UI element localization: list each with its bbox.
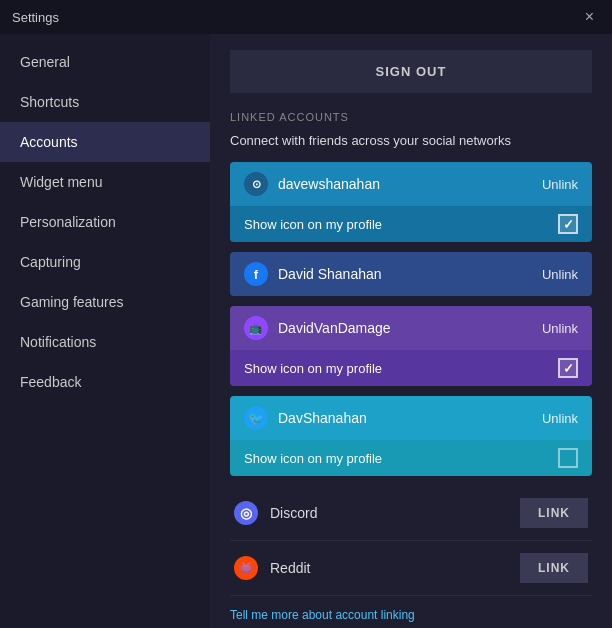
account-block-twitch: 📺 DavidVanDamage Unlink Show icon on my … bbox=[230, 306, 592, 386]
twitter-show-icon-checkbox[interactable] bbox=[558, 448, 578, 468]
sidebar: General Shortcuts Accounts Widget menu P… bbox=[0, 34, 210, 628]
section-label: LINKED ACCOUNTS bbox=[230, 111, 592, 123]
steam-unlink-button[interactable]: Unlink bbox=[542, 177, 578, 192]
section-description: Connect with friends across your social … bbox=[230, 133, 592, 148]
account-row-twitch: 📺 DavidVanDamage Unlink bbox=[230, 306, 592, 350]
reddit-icon: 👾 bbox=[234, 556, 258, 580]
footer-link[interactable]: Tell me more about account linking bbox=[230, 608, 592, 622]
discord-link-row: ◎ Discord LINK bbox=[230, 486, 592, 541]
discord-label: Discord bbox=[270, 505, 317, 521]
twitter-unlink-button[interactable]: Unlink bbox=[542, 411, 578, 426]
twitch-show-icon-checkbox[interactable] bbox=[558, 358, 578, 378]
account-block-facebook: f David Shanahan Unlink bbox=[230, 252, 592, 296]
titlebar: Settings × bbox=[0, 0, 612, 34]
twitch-icon: 📺 bbox=[244, 316, 268, 340]
account-block-twitter: 🐦 DavShanahan Unlink Show icon on my pro… bbox=[230, 396, 592, 476]
discord-link-button[interactable]: LINK bbox=[520, 498, 588, 528]
twitter-icon: 🐦 bbox=[244, 406, 268, 430]
sidebar-item-capturing[interactable]: Capturing bbox=[0, 242, 210, 282]
main-content: SIGN OUT LINKED ACCOUNTS Connect with fr… bbox=[210, 34, 612, 628]
reddit-label: Reddit bbox=[270, 560, 310, 576]
facebook-icon: f bbox=[244, 262, 268, 286]
sidebar-item-shortcuts[interactable]: Shortcuts bbox=[0, 82, 210, 122]
steam-show-icon-row: Show icon on my profile bbox=[230, 206, 592, 242]
steam-show-icon-label: Show icon on my profile bbox=[244, 217, 382, 232]
steam-username: davewshanahan bbox=[278, 176, 380, 192]
twitter-show-icon-row: Show icon on my profile bbox=[230, 440, 592, 476]
discord-icon: ◎ bbox=[234, 501, 258, 525]
facebook-username: David Shanahan bbox=[278, 266, 382, 282]
sidebar-item-general[interactable]: General bbox=[0, 42, 210, 82]
sidebar-item-accounts[interactable]: Accounts bbox=[0, 122, 210, 162]
steam-icon: ⊙ bbox=[244, 172, 268, 196]
sidebar-item-personalization[interactable]: Personalization bbox=[0, 202, 210, 242]
sidebar-item-gaming-features[interactable]: Gaming features bbox=[0, 282, 210, 322]
facebook-unlink-button[interactable]: Unlink bbox=[542, 267, 578, 282]
reddit-link-row: 👾 Reddit LINK bbox=[230, 541, 592, 596]
content-area: General Shortcuts Accounts Widget menu P… bbox=[0, 34, 612, 628]
account-block-steam: ⊙ davewshanahan Unlink Show icon on my p… bbox=[230, 162, 592, 242]
twitch-show-icon-row: Show icon on my profile bbox=[230, 350, 592, 386]
sign-out-button[interactable]: SIGN OUT bbox=[230, 50, 592, 93]
close-button[interactable]: × bbox=[579, 4, 600, 30]
twitch-username: DavidVanDamage bbox=[278, 320, 391, 336]
account-row-steam: ⊙ davewshanahan Unlink bbox=[230, 162, 592, 206]
account-row-facebook: f David Shanahan Unlink bbox=[230, 252, 592, 296]
window-title: Settings bbox=[12, 10, 59, 25]
twitter-show-icon-label: Show icon on my profile bbox=[244, 451, 382, 466]
twitch-show-icon-label: Show icon on my profile bbox=[244, 361, 382, 376]
sidebar-item-notifications[interactable]: Notifications bbox=[0, 322, 210, 362]
twitter-username: DavShanahan bbox=[278, 410, 367, 426]
twitch-unlink-button[interactable]: Unlink bbox=[542, 321, 578, 336]
sidebar-item-feedback[interactable]: Feedback bbox=[0, 362, 210, 402]
settings-window: Settings × General Shortcuts Accounts Wi… bbox=[0, 0, 612, 628]
reddit-link-button[interactable]: LINK bbox=[520, 553, 588, 583]
sidebar-item-widget-menu[interactable]: Widget menu bbox=[0, 162, 210, 202]
steam-show-icon-checkbox[interactable] bbox=[558, 214, 578, 234]
account-row-twitter: 🐦 DavShanahan Unlink bbox=[230, 396, 592, 440]
